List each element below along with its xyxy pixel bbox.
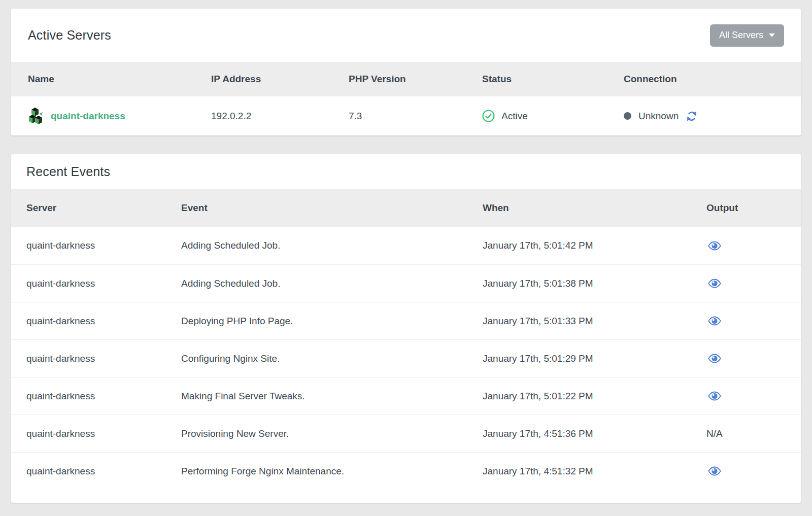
event-when: January 17th, 4:51:36 PM [483, 428, 706, 439]
recent-events-header: Recent Events [11, 154, 801, 189]
event-description: Configuring Nginx Site. [181, 353, 483, 364]
event-output-cell [706, 391, 786, 401]
eye-icon[interactable] [707, 354, 722, 363]
event-description: Performing Forge Nginx Maintenance. [181, 466, 483, 477]
server-ip: 192.0.2.2 [211, 111, 349, 122]
server-php-version: 7.3 [349, 111, 482, 122]
active-servers-panel: Active Servers All Servers Name IP Addre… [11, 9, 801, 135]
event-when: January 17th, 5:01:22 PM [483, 391, 706, 402]
active-servers-header: Active Servers All Servers [11, 9, 801, 62]
servers-col-php: PHP Version [349, 74, 482, 85]
event-when: January 17th, 5:01:29 PM [483, 353, 706, 364]
event-description: Deploying PHP Info Page. [181, 316, 483, 327]
servers-col-status: Status [482, 74, 624, 85]
event-server: quaint-darkness [26, 316, 181, 327]
event-row: quaint-darkness Adding Scheduled Job. Ja… [11, 227, 801, 264]
event-when: January 17th, 5:01:42 PM [483, 240, 706, 251]
server-connection-cell: Unknown [624, 110, 784, 122]
event-row: quaint-darkness Adding Scheduled Job. Ja… [11, 264, 801, 302]
caret-down-icon [769, 33, 775, 37]
eye-icon[interactable] [707, 316, 722, 326]
events-col-output: Output [706, 202, 786, 214]
event-output-cell [706, 466, 786, 476]
event-row: quaint-darkness Provisioning New Server.… [11, 415, 801, 452]
all-servers-dropdown-label: All Servers [719, 30, 763, 41]
server-status-label: Active [501, 111, 528, 122]
event-when: January 17th, 5:01:38 PM [483, 278, 706, 289]
events-col-event: Event [181, 202, 483, 214]
event-row: quaint-darkness Deploying PHP Info Page.… [11, 302, 801, 339]
eye-icon[interactable] [707, 391, 722, 401]
recent-events-panel: Recent Events Server Event When Output q… [11, 154, 801, 503]
event-description: Provisioning New Server. [181, 428, 483, 439]
recent-events-title: Recent Events [26, 164, 110, 179]
event-output-cell [706, 316, 786, 326]
eye-icon[interactable] [707, 241, 722, 251]
server-row: quaint-darkness 192.0.2.2 7.3 Active Unk… [11, 96, 801, 135]
servers-col-connection: Connection [624, 74, 784, 85]
event-description: Adding Scheduled Job. [181, 278, 483, 289]
event-server: quaint-darkness [26, 278, 181, 289]
connection-dot-icon [624, 112, 631, 120]
servers-col-name: Name [28, 74, 211, 85]
server-stack-icon [28, 107, 44, 125]
event-server: quaint-darkness [26, 466, 181, 477]
event-output-cell [706, 241, 786, 251]
event-output-cell [706, 279, 786, 288]
events-col-server: Server [26, 202, 181, 214]
refresh-connection-icon[interactable] [686, 110, 697, 122]
servers-table-header: Name IP Address PHP Version Status Conne… [11, 62, 801, 96]
event-output-cell: N/A [706, 428, 786, 439]
event-server: quaint-darkness [26, 391, 181, 402]
output-na-label: N/A [706, 428, 723, 439]
forge-dashboard: Active Servers All Servers Name IP Addre… [0, 9, 812, 503]
event-when: January 17th, 5:01:33 PM [483, 316, 706, 327]
all-servers-dropdown[interactable]: All Servers [710, 24, 784, 47]
server-status-cell: Active [482, 110, 624, 122]
event-output-cell [706, 354, 786, 363]
check-circle-icon [482, 110, 495, 122]
event-row: quaint-darkness Making Final Server Twea… [11, 377, 801, 415]
eye-icon[interactable] [707, 279, 722, 288]
events-table-body: quaint-darkness Adding Scheduled Job. Ja… [11, 227, 801, 503]
servers-col-ip: IP Address [211, 74, 349, 85]
event-row: quaint-darkness Performing Forge Nginx M… [11, 452, 801, 490]
events-table-header: Server Event When Output [11, 189, 801, 227]
event-description: Making Final Server Tweaks. [181, 391, 483, 402]
active-servers-title: Active Servers [28, 28, 111, 43]
event-server: quaint-darkness [26, 240, 181, 251]
connection-status-label: Unknown [638, 111, 679, 122]
event-when: January 17th, 4:51:32 PM [483, 466, 706, 477]
event-row: quaint-darkness Configuring Nginx Site. … [11, 339, 801, 377]
server-name-link[interactable]: quaint-darkness [51, 111, 125, 122]
server-name-cell: quaint-darkness [28, 107, 211, 125]
events-col-when: When [483, 202, 706, 214]
eye-icon[interactable] [707, 466, 722, 476]
event-description: Adding Scheduled Job. [181, 240, 483, 251]
servers-table-body: quaint-darkness 192.0.2.2 7.3 Active Unk… [11, 96, 801, 135]
event-server: quaint-darkness [26, 428, 181, 439]
event-server: quaint-darkness [26, 353, 181, 364]
